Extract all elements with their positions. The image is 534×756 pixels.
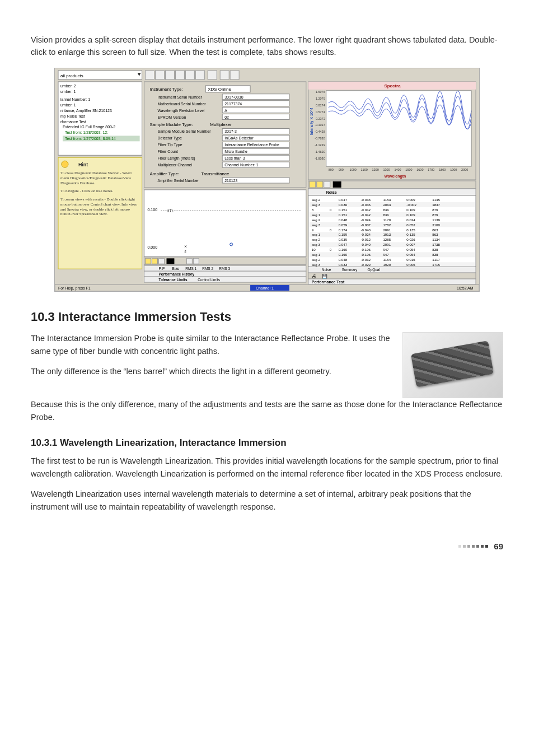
svg-text:-0.024: -0.024 xyxy=(361,232,371,236)
noise-tab[interactable]: Noise xyxy=(326,190,337,194)
svg-text:1700: 1700 xyxy=(428,168,434,171)
hint-line: To navigate - Click on tree nodes. xyxy=(60,189,140,194)
print-icon[interactable]: 🖨 xyxy=(312,274,316,279)
svg-text:0.054: 0.054 xyxy=(406,253,415,256)
svg-text:879: 879 xyxy=(432,208,438,212)
svg-rect-7 xyxy=(185,71,194,80)
svg-text:1170: 1170 xyxy=(383,218,391,222)
ll-toolbar[interactable] xyxy=(144,258,306,264)
svg-text:0.135: 0.135 xyxy=(406,232,415,236)
dropdown[interactable]: all products xyxy=(60,73,83,78)
svg-rect-9 xyxy=(208,71,217,80)
svg-text:0.036: 0.036 xyxy=(339,203,348,207)
svg-rect-8 xyxy=(195,71,204,80)
svg-text:0.006: 0.006 xyxy=(406,263,415,267)
svg-text:-0.032: -0.032 xyxy=(361,258,371,262)
svg-rect-11 xyxy=(230,71,239,80)
smt-label: Sample Module Type: xyxy=(150,122,193,127)
svg-text:-0.036: -0.036 xyxy=(361,203,371,207)
section-103-title: 10.3 Interactance Immersion Tests xyxy=(31,307,503,326)
svg-text:21177374: 21177374 xyxy=(224,102,242,106)
svg-text:2091: 2091 xyxy=(383,242,391,246)
svg-text:P-P: P-P xyxy=(159,267,165,270)
svg-text:Summary: Summary xyxy=(342,268,358,272)
status-left: For Help, press F1 xyxy=(58,286,91,291)
svg-text:-0.033: -0.033 xyxy=(361,198,371,202)
section-103-p1: The Interactance Immersion Probe is quit… xyxy=(31,332,392,357)
rtabs[interactable]: Noise Summary OpQual xyxy=(322,268,380,272)
svg-rect-71 xyxy=(193,258,199,264)
svg-text:2091: 2091 xyxy=(383,227,391,231)
r-toolbar[interactable] xyxy=(308,181,476,189)
section-103-p2: The only difference is the “lens barrel”… xyxy=(31,365,392,377)
svg-text:x: x xyxy=(184,244,186,249)
svg-text:seg 1: seg 1 xyxy=(312,213,321,217)
svg-rect-5 xyxy=(165,71,174,80)
svg-text:1200: 1200 xyxy=(372,168,379,171)
svg-text:seg 1: seg 1 xyxy=(312,253,321,256)
svg-text:0.135: 0.135 xyxy=(406,227,415,231)
svg-text:1300: 1300 xyxy=(383,168,390,171)
yaxis-label: Intensity X 10^4 xyxy=(310,108,314,135)
toolbar[interactable] xyxy=(146,71,240,80)
svg-rect-137 xyxy=(310,212,475,217)
svg-text:0: 0 xyxy=(330,227,332,231)
svg-text:x̄: x̄ xyxy=(184,250,186,254)
svg-text:seg 2: seg 2 xyxy=(312,237,321,241)
svg-text:A: A xyxy=(224,109,227,113)
svg-text:-0.002: -0.002 xyxy=(406,203,416,207)
svg-text:0.159: 0.159 xyxy=(339,232,348,236)
svg-text:0: 0 xyxy=(330,248,332,251)
svg-rect-211 xyxy=(308,267,476,273)
svg-text:0.009: 0.009 xyxy=(406,198,415,202)
svg-text:0.048: 0.048 xyxy=(339,218,348,222)
svg-text:2063: 2063 xyxy=(383,203,391,207)
svg-text:863: 863 xyxy=(432,227,438,231)
svg-text:OpQual: OpQual xyxy=(368,268,380,272)
svg-text:Sample Module Serial Number: Sample Module Serial Number xyxy=(158,129,212,134)
svg-text:1013: 1013 xyxy=(383,232,391,236)
svg-rect-67 xyxy=(152,258,158,264)
svg-text:1837: 1837 xyxy=(432,203,440,207)
svg-text:seg 2: seg 2 xyxy=(312,198,321,202)
svg-text:0.151: 0.151 xyxy=(339,208,348,212)
svg-text:Test from: 1/28/2003, 12:: Test from: 1/28/2003, 12: xyxy=(65,130,108,134)
svg-text:-0.042: -0.042 xyxy=(361,208,371,212)
svg-text:-0.4428: -0.4428 xyxy=(315,130,325,133)
svg-text:1738: 1738 xyxy=(432,242,440,246)
svg-text:Multiplexer Channel: Multiplexer Channel xyxy=(158,163,193,167)
amp-row: Amplifier Serial Number xyxy=(158,179,199,183)
svg-text:0.052: 0.052 xyxy=(406,223,415,227)
svg-rect-177 xyxy=(310,242,475,247)
save-icon[interactable]: 💾 xyxy=(322,273,327,279)
svg-text:0.2373: 0.2373 xyxy=(316,116,325,120)
svg-text:-0.024: -0.024 xyxy=(361,218,371,222)
xaxis-label: Wavelength xyxy=(384,174,406,179)
ll-tabs[interactable]: P-P Bias RMS 1 RMS 2 RMS 3 Performance H… xyxy=(144,265,306,282)
svg-text:umber: 1: umber: 1 xyxy=(60,103,76,107)
svg-rect-112 xyxy=(317,181,323,188)
svg-rect-111 xyxy=(310,181,316,188)
svg-text:0.039: 0.039 xyxy=(339,237,348,241)
svg-text:879: 879 xyxy=(432,213,438,217)
svg-text:Motherboard Serial Number: Motherboard Serial Number xyxy=(158,102,207,106)
svg-text:seg 3: seg 3 xyxy=(312,242,321,246)
status-center: Channel 1 xyxy=(256,286,274,290)
svg-text:-1.1229: -1.1229 xyxy=(315,143,325,147)
svg-text:0.160: 0.160 xyxy=(339,248,348,251)
svg-text:210123: 210123 xyxy=(224,179,237,183)
hint-title: Hint xyxy=(78,162,88,167)
svg-rect-10 xyxy=(220,71,229,80)
svg-text:800: 800 xyxy=(329,168,334,171)
amp-label: Amplifier Type: xyxy=(150,171,180,176)
perf-tab[interactable]: Performance Test xyxy=(312,280,345,284)
svg-text:Channel Number: 1: Channel Number: 1 xyxy=(224,163,259,167)
app-screenshot: all products umber: 2 umber: 1 iannel Nu… xyxy=(54,68,480,292)
svg-text:Micro Bundle: Micro Bundle xyxy=(224,150,247,153)
svg-rect-113 xyxy=(324,181,330,188)
svg-text:Noise: Noise xyxy=(322,268,331,272)
svg-text:mp Noise Test: mp Noise Test xyxy=(60,114,85,119)
svg-text:1782: 1782 xyxy=(383,223,391,227)
section-1031-title: 10.3.1 Wavelength Linearization, Interac… xyxy=(31,436,503,450)
svg-text:1400: 1400 xyxy=(394,168,401,171)
